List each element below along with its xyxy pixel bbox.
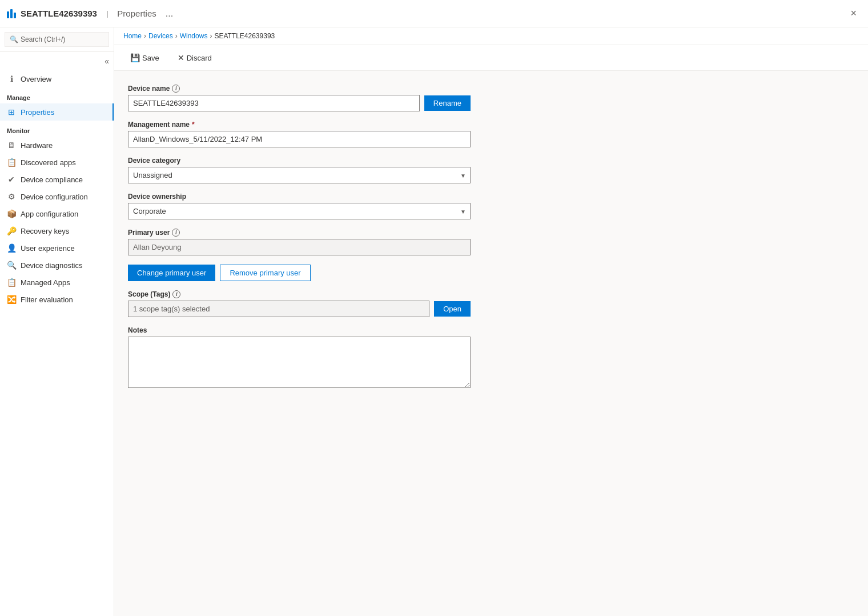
management-name-label: Management name	[128, 121, 471, 129]
rename-button[interactable]: Rename	[424, 95, 471, 111]
device-name-label: Device name i	[128, 85, 471, 93]
app-configuration-icon: 📦	[7, 209, 16, 218]
title-separator: |	[106, 9, 108, 18]
filter-evaluation-icon: 🔀	[7, 295, 16, 304]
scope-tags-label: Scope (Tags) i	[128, 290, 471, 298]
sidebar-item-label: User experience	[21, 244, 75, 253]
top-bar: SEATTLE42639393 | Properties ... ×	[0, 0, 868, 27]
sidebar: 🔍 Search (Ctrl+/) « ℹ Overview Manage ⊞ …	[0, 27, 114, 616]
breadcrumb: Home › Devices › Windows › SEATTLE426393…	[114, 27, 868, 45]
primary-user-field: Primary user i	[128, 229, 471, 255]
content-header: 💾 Save ✕ Discard	[114, 45, 868, 71]
breadcrumb-sep-3: ›	[210, 32, 212, 40]
toolbar: 💾 Save ✕ Discard	[114, 45, 868, 70]
scope-tags-field: Scope (Tags) i Open	[128, 290, 471, 317]
sidebar-item-device-configuration[interactable]: ⚙ Device configuration	[0, 188, 114, 205]
sidebar-item-filter-evaluation[interactable]: 🔀 Filter evaluation	[0, 291, 114, 308]
sidebar-item-discovered-apps[interactable]: 📋 Discovered apps	[0, 154, 114, 171]
scope-tags-input-row: Open	[128, 301, 471, 317]
scope-tags-info-icon: i	[172, 290, 180, 298]
device-category-label: Device category	[128, 157, 471, 165]
management-name-input[interactable]	[128, 131, 471, 147]
breadcrumb-devices[interactable]: Devices	[148, 32, 173, 40]
discard-icon: ✕	[178, 53, 184, 62]
device-name-input-row: Rename	[128, 95, 471, 111]
device-name-info-icon: i	[172, 85, 180, 93]
device-ownership-field: Device ownership CorporatePersonal ▼	[128, 193, 471, 219]
sidebar-item-managed-apps[interactable]: 📋 Managed Apps	[0, 274, 114, 291]
change-primary-user-button[interactable]: Change primary user	[128, 265, 215, 281]
save-icon: 💾	[130, 53, 140, 62]
sidebar-item-label: Discovered apps	[21, 158, 76, 167]
scope-tags-input	[128, 301, 429, 317]
search-input[interactable]: 🔍 Search (Ctrl+/)	[5, 32, 109, 47]
sidebar-item-recovery-keys[interactable]: 🔑 Recovery keys	[0, 222, 114, 239]
device-category-select-wrap: Unassigned ▼	[128, 167, 471, 183]
properties-icon: ⊞	[7, 107, 16, 117]
open-scope-tags-button[interactable]: Open	[434, 301, 471, 317]
sidebar-item-label: Device configuration	[21, 193, 88, 201]
device-diagnostics-icon: 🔍	[7, 261, 16, 270]
breadcrumb-sep-1: ›	[144, 32, 146, 40]
primary-user-input	[128, 239, 471, 255]
sidebar-item-label: Managed Apps	[21, 278, 70, 287]
sidebar-item-app-configuration[interactable]: 📦 App configuration	[0, 205, 114, 222]
notes-field: Notes	[128, 326, 471, 390]
sidebar-search-container: 🔍 Search (Ctrl+/)	[0, 27, 114, 52]
page-name: Properties	[117, 9, 156, 18]
device-ownership-label: Device ownership	[128, 193, 471, 201]
device-name-input[interactable]	[128, 95, 420, 111]
device-title: SEATTLE42639393	[21, 9, 97, 18]
sidebar-section-manage: Manage	[0, 87, 114, 103]
management-name-field: Management name	[128, 121, 471, 147]
sidebar-item-label: Overview	[21, 75, 51, 83]
primary-user-actions: Change primary user Remove primary user	[128, 265, 471, 281]
sidebar-item-properties[interactable]: ⊞ Properties	[0, 103, 114, 121]
notes-label: Notes	[128, 326, 471, 334]
recovery-keys-icon: 🔑	[7, 226, 16, 235]
device-category-field: Device category Unassigned ▼	[128, 157, 471, 183]
primary-user-info-icon: i	[172, 229, 180, 237]
content-body: Device name i Rename Management name	[114, 71, 868, 616]
user-experience-icon: 👤	[7, 243, 16, 253]
sidebar-item-device-compliance[interactable]: ✔ Device compliance	[0, 171, 114, 188]
remove-primary-user-button[interactable]: Remove primary user	[220, 265, 310, 281]
sidebar-item-overview[interactable]: ℹ Overview	[0, 70, 114, 87]
sidebar-item-device-diagnostics[interactable]: 🔍 Device diagnostics	[0, 257, 114, 274]
device-category-select[interactable]: Unassigned	[128, 167, 471, 183]
device-ownership-select-wrap: CorporatePersonal ▼	[128, 203, 471, 219]
breadcrumb-home[interactable]: Home	[123, 32, 142, 40]
close-button[interactable]: ×	[846, 5, 861, 22]
search-placeholder: Search (Ctrl+/)	[21, 35, 65, 43]
save-button[interactable]: 💾 Save	[123, 50, 166, 66]
sidebar-item-hardware[interactable]: 🖥 Hardware	[0, 137, 114, 154]
collapse-sidebar-button[interactable]: «	[100, 52, 114, 70]
device-configuration-icon: ⚙	[7, 192, 16, 201]
discard-label: Discard	[187, 54, 212, 62]
hardware-icon: 🖥	[7, 141, 16, 150]
sidebar-item-label: Device diagnostics	[21, 261, 82, 270]
sidebar-item-label: Filter evaluation	[21, 295, 73, 304]
sidebar-item-user-experience[interactable]: 👤 User experience	[0, 239, 114, 257]
device-name-field: Device name i Rename	[128, 85, 471, 111]
discard-button[interactable]: ✕ Discard	[171, 50, 219, 66]
save-label: Save	[142, 54, 159, 62]
sidebar-item-label: Properties	[21, 108, 54, 117]
sidebar-item-label: Hardware	[21, 141, 53, 150]
more-options-button[interactable]: ...	[166, 9, 173, 19]
breadcrumb-current: SEATTLE42639393	[214, 32, 275, 40]
breadcrumb-windows[interactable]: Windows	[180, 32, 208, 40]
primary-user-label: Primary user i	[128, 229, 471, 237]
managed-apps-icon: 📋	[7, 278, 16, 287]
app-logo: SEATTLE42639393 | Properties ...	[7, 9, 173, 19]
logo-icon	[7, 9, 16, 18]
discovered-apps-icon: 📋	[7, 158, 16, 167]
notes-textarea[interactable]	[128, 337, 471, 388]
content-area: Home › Devices › Windows › SEATTLE426393…	[114, 27, 868, 616]
sidebar-item-label: App configuration	[21, 210, 78, 218]
sidebar-item-label: Recovery keys	[21, 227, 69, 235]
overview-icon: ℹ	[7, 74, 16, 83]
device-ownership-select[interactable]: CorporatePersonal	[128, 203, 471, 219]
sidebar-section-monitor: Monitor	[0, 121, 114, 137]
top-bar-right: ×	[846, 5, 861, 22]
